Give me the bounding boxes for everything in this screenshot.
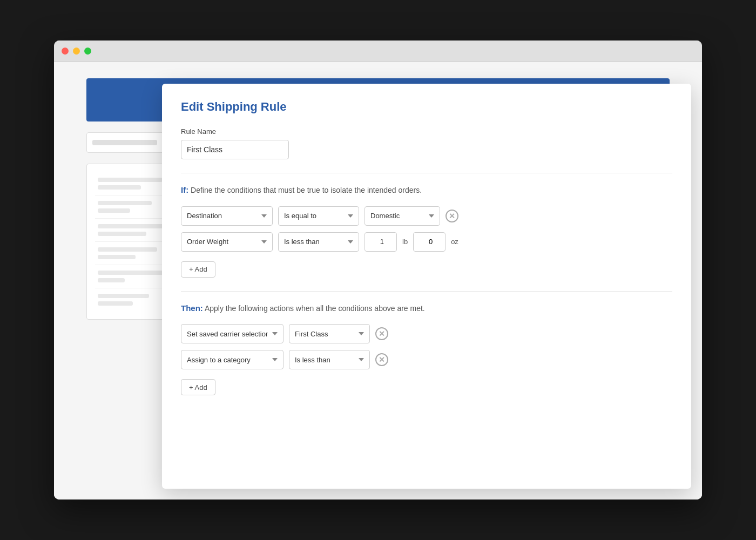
action-2-value-select[interactable]: Is less than Is greater than Category A … <box>289 350 370 369</box>
section-divider-2 <box>181 291 672 292</box>
action-row-1: Set saved carrier selection Assign to a … <box>181 324 672 343</box>
section-divider <box>181 173 672 173</box>
then-keyword: Then: <box>181 303 203 313</box>
add-condition-button[interactable]: + Add <box>181 261 215 278</box>
operator-1-select[interactable]: Is equal to Is less than Is greater than… <box>278 206 359 226</box>
action-1-select[interactable]: Set saved carrier selection Assign to a … <box>181 324 284 343</box>
then-description: Apply the following actions when all the… <box>205 304 425 313</box>
remove-condition-1-button[interactable]: ✕ <box>446 210 458 222</box>
rule-name-input[interactable] <box>181 140 289 159</box>
if-description: Define the conditions that must be true … <box>191 186 422 194</box>
action-1-value-select[interactable]: First Class Priority Mail Ground Shippin… <box>289 324 370 343</box>
if-section-header: If: Define the conditions that must be t… <box>181 184 672 197</box>
add-action-button[interactable]: + Add <box>181 379 215 395</box>
value-1-select[interactable]: Domestic International Canada <box>364 206 440 226</box>
mac-window: 🔍 › <box>54 40 702 500</box>
maximize-button[interactable] <box>84 48 91 55</box>
close-button[interactable] <box>62 48 69 55</box>
edit-shipping-rule-modal: Edit Shipping Rule Rule Name If: Define … <box>162 84 691 489</box>
if-section: If: Define the conditions that must be t… <box>181 184 672 278</box>
condition-row-2: Destination Order Weight Order Total SKU… <box>181 232 672 252</box>
modal-overlay: Edit Shipping Rule Rule Name If: Define … <box>54 62 702 500</box>
rule-name-label: Rule Name <box>181 127 672 136</box>
minimize-button[interactable] <box>73 48 80 55</box>
weight-oz-input[interactable] <box>413 232 446 252</box>
remove-action-2-button[interactable]: ✕ <box>375 353 388 366</box>
then-section: Then: Apply the following actions when a… <box>181 302 672 396</box>
remove-action-1-button[interactable]: ✕ <box>375 327 388 340</box>
action-2-select[interactable]: Set saved carrier selection Assign to a … <box>181 350 284 369</box>
condition-1-select[interactable]: Destination Order Weight Order Total SKU… <box>181 206 273 226</box>
lb-unit-label: lb <box>402 238 408 246</box>
operator-2-select[interactable]: Is equal to Is less than Is greater than… <box>278 232 359 252</box>
window-content: 🔍 › <box>54 62 702 500</box>
condition-2-select[interactable]: Destination Order Weight Order Total SKU… <box>181 232 273 252</box>
then-section-header: Then: Apply the following actions when a… <box>181 302 672 315</box>
if-keyword: If: <box>181 185 188 194</box>
condition-row-1: Destination Order Weight Order Total SKU… <box>181 206 672 226</box>
title-bar <box>54 40 702 62</box>
modal-title: Edit Shipping Rule <box>181 100 672 114</box>
action-row-2: Set saved carrier selection Assign to a … <box>181 350 672 369</box>
weight-lb-input[interactable] <box>364 232 397 252</box>
rule-name-section: Rule Name <box>181 127 672 159</box>
oz-unit-label: oz <box>451 238 458 246</box>
